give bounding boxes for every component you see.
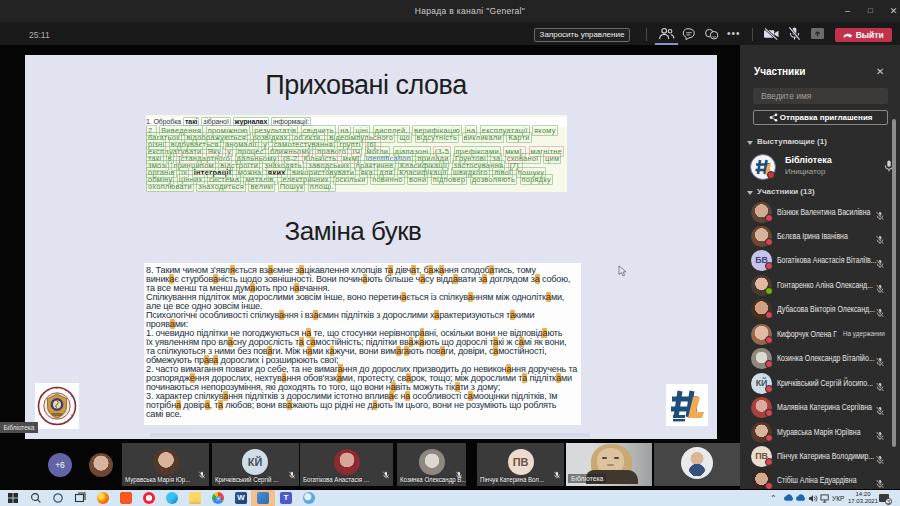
svg-text:●: ● — [65, 388, 67, 392]
svg-text:●: ● — [39, 412, 41, 416]
svg-text:●: ● — [55, 422, 57, 426]
svg-text:●: ● — [71, 413, 73, 417]
svg-text:●: ● — [47, 388, 49, 392]
svg-text:●: ● — [56, 386, 58, 390]
svg-text:●: ● — [64, 420, 66, 424]
svg-text:●: ● — [71, 394, 73, 398]
svg-text:●: ● — [40, 394, 42, 398]
svg-text:●: ● — [45, 419, 47, 423]
